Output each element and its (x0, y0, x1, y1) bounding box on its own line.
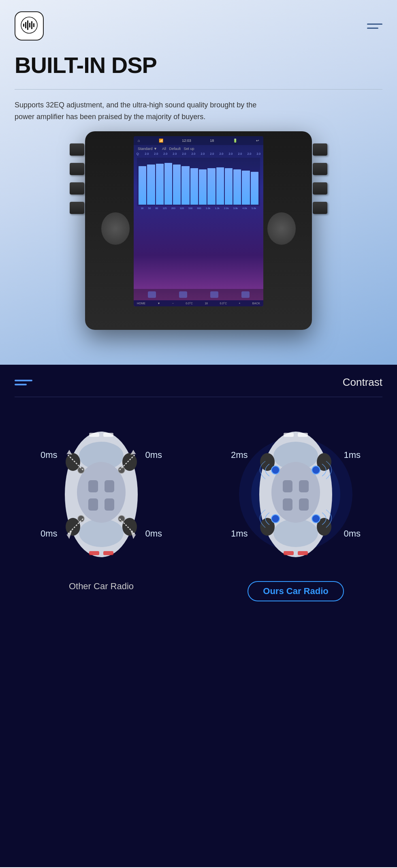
contrast-divider (15, 397, 382, 397)
ac-down-icon[interactable]: ▼ (157, 302, 160, 305)
page-title: BUILT-IN DSP (15, 53, 382, 78)
svg-marker-27 (67, 450, 72, 455)
screen-battery-icon: 🔋 (233, 139, 237, 143)
car-radio-device: ⌂ 📶 12:03 18 🔋 ↩ Standard ▼ All Default … (85, 131, 312, 330)
svg-rect-41 (283, 498, 292, 511)
contrast-line-2 (15, 384, 27, 385)
our-car-svg (239, 417, 352, 571)
eq-bar-10[interactable] (216, 167, 224, 205)
svg-rect-47 (284, 433, 294, 437)
eq-bar-1[interactable] (139, 166, 146, 205)
right-btn-2[interactable] (313, 163, 327, 175)
eq-q-row: Q:2.02.02.02.0 2.02.02.02.02.0 2.02.02.0… (134, 152, 263, 155)
our-timing-bottom-left: 1ms (231, 528, 248, 539)
title-divider (15, 89, 382, 90)
top-section: BUILT-IN DSP Supports 32EQ adjustment, a… (0, 0, 397, 365)
eq-bar-12[interactable] (233, 169, 241, 205)
eq-bar-4[interactable] (164, 163, 172, 205)
screen-bottom-area: HOME ▼ − 0.0°C 18 0.0°C + BACK (134, 289, 263, 306)
svg-rect-12 (105, 480, 114, 492)
back-label[interactable]: BACK (252, 302, 260, 305)
eq-bar-13[interactable] (242, 171, 250, 205)
eq-bar-5[interactable] (173, 165, 181, 205)
left-btn-1[interactable] (70, 143, 84, 156)
svg-rect-49 (284, 551, 294, 555)
svg-rect-22 (103, 551, 113, 555)
left-btn-3[interactable] (70, 182, 84, 195)
eq-bar-11[interactable] (225, 168, 233, 205)
svg-rect-50 (298, 551, 308, 555)
right-btn-3[interactable] (313, 182, 327, 195)
screen-icon-2[interactable] (179, 291, 187, 298)
eq-bar-2[interactable] (147, 165, 155, 205)
hamburger-line-1 (367, 24, 382, 25)
eq-tab-all[interactable]: All (162, 147, 166, 151)
screen-icon-1[interactable] (148, 291, 156, 298)
eq-bar-7[interactable] (190, 168, 198, 205)
eq-bar-6[interactable] (181, 166, 189, 205)
svg-rect-5 (31, 21, 32, 29)
other-car-svg (45, 417, 158, 571)
screen-back-icon: ↩ (256, 139, 259, 143)
svg-point-54 (312, 515, 320, 523)
svg-rect-11 (88, 480, 98, 492)
eq-bar-14[interactable] (251, 172, 258, 205)
side-buttons-left (70, 143, 84, 214)
contrast-icon (15, 380, 32, 385)
ac-plus-icon[interactable]: + (239, 302, 240, 305)
screen-time: 12:03 (182, 139, 191, 143)
bottom-section: Contrast 0ms 0ms 0ms 0ms (0, 365, 397, 867)
eq-freq-labels: 305080125200 3205008001.0k1.2k 2.0k3.0k4… (137, 207, 260, 210)
other-timing-bottom-left: 0ms (41, 528, 58, 539)
vent-left (101, 212, 130, 245)
contrast-line-1 (15, 380, 32, 381)
home-label[interactable]: HOME (137, 302, 145, 305)
our-car-container: 2ms 1ms 1ms 0ms (203, 417, 389, 601)
svg-rect-48 (298, 433, 308, 437)
left-btn-2[interactable] (70, 163, 84, 175)
right-btn-4[interactable] (313, 202, 327, 214)
right-btn-1[interactable] (313, 143, 327, 156)
contrast-header: Contrast (0, 365, 397, 397)
screen-signal-val: 18 (210, 139, 214, 143)
svg-marker-28 (130, 450, 136, 455)
other-timing-top-right: 0ms (145, 450, 162, 460)
svg-rect-6 (33, 23, 34, 27)
description-text: Supports 32EQ adjustment, and the ultra-… (0, 96, 275, 123)
svg-rect-42 (299, 498, 309, 511)
screen-icon-3[interactable] (210, 291, 218, 298)
screen-nav-icons (134, 289, 263, 300)
other-car-label: Other Car Radio (69, 581, 134, 592)
eq-bar-3[interactable] (156, 164, 164, 205)
svg-rect-39 (283, 480, 292, 492)
left-btn-4[interactable] (70, 202, 84, 214)
eq-bar-9[interactable] (207, 168, 215, 205)
ac-minus-icon[interactable]: − (172, 302, 174, 305)
eq-tab-setup[interactable]: Set up (184, 147, 194, 151)
svg-point-53 (271, 515, 280, 523)
svg-rect-21 (89, 551, 99, 555)
eq-bars-container (137, 158, 260, 206)
contrast-label: Contrast (343, 376, 382, 389)
eq-tab-default[interactable]: Default (169, 147, 181, 151)
our-car-wrapper: 2ms 1ms 1ms 0ms (239, 417, 352, 571)
hamburger-menu-button[interactable] (367, 24, 382, 29)
ac-number: 18 (205, 302, 208, 305)
screen-icon-4[interactable] (241, 291, 250, 298)
svg-rect-2 (25, 22, 26, 28)
header (0, 0, 397, 49)
other-car-container: 0ms 0ms 0ms 0ms (8, 417, 194, 592)
eq-bars-area: 305080125200 3205008001.0k1.2k 2.0k3.0k4… (134, 156, 263, 211)
eq-bar-8[interactable] (199, 169, 207, 205)
eq-mode-label: Standard (138, 147, 153, 151)
device-outer-body: ⌂ 📶 12:03 18 🔋 ↩ Standard ▼ All Default … (85, 131, 312, 330)
svg-rect-19 (89, 433, 99, 437)
dsp-logo-icon (20, 16, 38, 36)
screen-wifi-icon: 📶 (159, 139, 163, 143)
ours-car-label-button[interactable]: Ours Car Radio (248, 581, 344, 601)
side-buttons-right (313, 143, 327, 214)
svg-rect-13 (88, 498, 98, 511)
screen-top-bar: ⌂ 📶 12:03 18 🔋 ↩ (134, 136, 263, 145)
hamburger-line-2 (367, 28, 378, 29)
svg-rect-3 (27, 20, 28, 30)
